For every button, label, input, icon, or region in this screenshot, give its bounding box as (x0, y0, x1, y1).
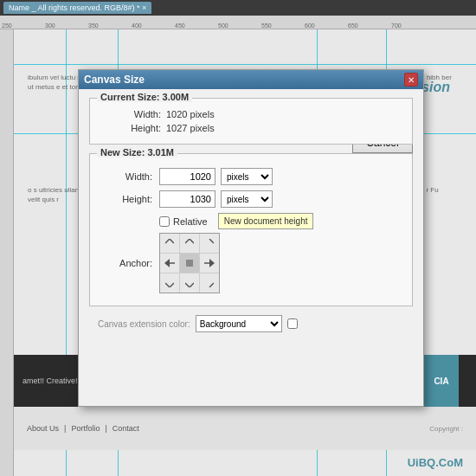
tab-label: Name _ All rights reserved. RGB/8#) * × (9, 3, 146, 12)
site-blue-box: CIA (424, 355, 459, 407)
new-size-label: New Size: 3.01M (97, 147, 177, 158)
relative-label: Relative (173, 216, 208, 227)
svg-line-10 (170, 283, 174, 287)
uibq-watermark: UiBQ.CoM (408, 456, 463, 469)
dialog-title: Canvas Size (84, 74, 145, 86)
ruler-tick: 450 (175, 23, 185, 29)
svg-marker-8 (209, 259, 215, 267)
current-height-label: Height: (118, 123, 161, 133)
svg-line-2 (185, 239, 190, 243)
new-size-section: New Size: 3.01M Width: pixels inches cm … (89, 153, 413, 306)
current-width-label: Width: (118, 109, 161, 119)
ruler-tick: 700 (391, 23, 402, 29)
dialog-close-button[interactable]: ✕ (404, 73, 418, 87)
relative-checkbox[interactable] (159, 216, 170, 227)
guide-line-h1 (14, 64, 476, 65)
anchor-row: Anchor: (100, 233, 402, 293)
svg-line-0 (165, 239, 170, 243)
ruler-tick: 650 (348, 23, 358, 29)
anchor-cell-tc[interactable] (180, 234, 199, 253)
dialog-titlebar: Canvas Size ✕ (79, 70, 423, 89)
anchor-cell-ml[interactable] (160, 254, 179, 273)
ruler-tick: 250 (2, 23, 12, 29)
anchor-cell-mc[interactable] (180, 254, 199, 273)
site-footer: About Us | Portfolio | Contact Copyright… (14, 407, 476, 450)
relative-row: Relative New document height (100, 213, 402, 229)
new-height-row: Height: pixels inches cm mm % (100, 190, 402, 208)
anchor-cell-tr[interactable] (200, 234, 219, 253)
anchor-label: Anchor: (109, 258, 152, 268)
anchor-cell-bc[interactable] (180, 273, 199, 293)
ruler-horizontal: 250 300 350 400 450 500 550 600 650 700 (0, 16, 476, 29)
footer-sep1: | (64, 424, 66, 433)
dialog-body: OK Cancel Current Size: 3.00M Width: 102… (79, 89, 423, 341)
svg-marker-5 (164, 259, 170, 267)
ruler-tick: 300 (45, 23, 55, 29)
ruler-vertical (0, 29, 14, 476)
ruler-tick: 500 (218, 23, 228, 29)
svg-line-11 (185, 283, 190, 287)
svg-line-1 (170, 239, 174, 243)
ruler-tick: 550 (261, 23, 272, 29)
new-height-input[interactable] (159, 190, 215, 208)
svg-line-12 (190, 283, 194, 287)
canvas-ext-checkbox[interactable] (287, 318, 298, 329)
document-tab[interactable]: Name _ All rights reserved. RGB/8#) * × (3, 2, 151, 14)
footer-about: About Us (27, 424, 59, 433)
anchor-cell-mr[interactable] (200, 254, 219, 273)
new-width-row: Width: pixels inches cm mm % (100, 168, 402, 185)
current-size-section: Current Size: 3.00M Width: 1020 pixels H… (89, 98, 413, 145)
canvas-ext-label: Canvas extension color: (98, 319, 190, 329)
svg-line-13 (209, 283, 214, 287)
current-height-row: Height: 1027 pixels (100, 123, 402, 133)
svg-line-9 (165, 283, 170, 287)
footer-portfolio: Portfolio (71, 424, 100, 433)
site-dark-band-text: amet!! Creative! (23, 376, 78, 385)
current-width-value: 1020 pixels (166, 109, 215, 119)
canvas-size-dialog: Canvas Size ✕ OK Cancel Current Size: 3.… (78, 69, 424, 407)
new-height-label: Height: (109, 194, 152, 204)
ruler-tick: 350 (88, 23, 99, 29)
anchor-cell-tl[interactable] (160, 234, 179, 253)
new-width-unit-select[interactable]: pixels inches cm mm % (221, 168, 273, 185)
ps-top-bar: Name _ All rights reserved. RGB/8#) * × (0, 0, 476, 16)
footer-copyright: Copyright : (429, 425, 463, 433)
new-width-label: Width: (109, 171, 152, 182)
new-width-input[interactable] (159, 168, 215, 185)
footer-links: About Us | Portfolio | Contact (27, 424, 139, 433)
current-size-label: Current Size: 3.00M (97, 92, 192, 102)
new-height-unit-select[interactable]: pixels inches cm mm % (221, 190, 273, 208)
footer-contact: Contact (113, 424, 139, 433)
anchor-grid (159, 233, 220, 293)
ruler-tick: 600 (305, 23, 315, 29)
current-width-row: Width: 1020 pixels (100, 109, 402, 119)
current-height-value: 1027 pixels (166, 123, 215, 133)
anchor-cell-br[interactable] (200, 273, 219, 293)
canvas-extension-select[interactable]: Background Foreground White Black Gray O… (196, 315, 282, 332)
svg-line-3 (190, 239, 194, 243)
canvas-extension-row: Canvas extension color: Background Foreg… (89, 315, 413, 332)
footer-sep2: | (105, 424, 106, 433)
height-tooltip: New document height (218, 213, 314, 229)
ruler-tick: 400 (132, 23, 142, 29)
svg-line-4 (209, 239, 214, 243)
anchor-cell-bl[interactable] (160, 273, 179, 293)
